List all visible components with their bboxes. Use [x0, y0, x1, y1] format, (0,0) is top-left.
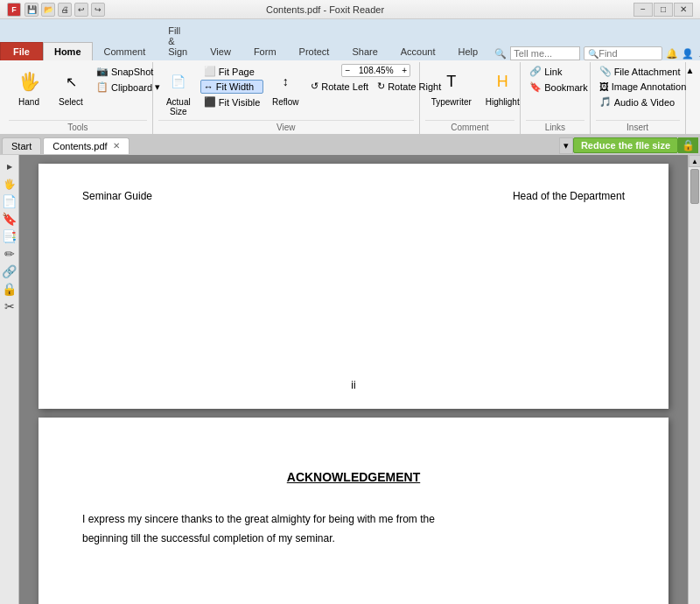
tab-view[interactable]: View — [199, 42, 242, 60]
sidebar-sign-btn[interactable]: ✂ — [2, 298, 18, 314]
find-bar: 🔍 — [584, 46, 662, 60]
select-label: Select — [59, 97, 83, 107]
clipboard-label: Clipboard — [111, 82, 152, 93]
tab-home[interactable]: Home — [43, 42, 93, 60]
redo-icon[interactable]: ↪ — [91, 3, 105, 17]
sidebar-link-btn[interactable]: 🔗 — [2, 263, 18, 279]
undo-icon[interactable]: ↩ — [74, 3, 88, 17]
tab-contents-pdf[interactable]: Contents.pdf ✕ — [43, 137, 129, 154]
print-icon[interactable]: 🖨 — [58, 3, 72, 17]
scroll-track — [689, 167, 700, 604]
pdf-page-1-content: Seminar Guide Head of the Department ii — [38, 164, 668, 339]
zoom-in-btn[interactable]: + — [402, 66, 407, 75]
sidebar-hand-btn[interactable]: 🖐 — [2, 176, 18, 192]
bookmark-icon: 🔖 — [529, 81, 542, 93]
tab-nav-dropdown[interactable]: ▾ — [559, 137, 573, 154]
rotate-left-btn[interactable]: ↺ Rotate Left — [307, 79, 372, 94]
actual-size-btn[interactable]: 📄 ActualSize — [158, 64, 199, 120]
view-fit-stack: ⬜ Fit Page ↔ Fit Width ⬛ Fit Visible — [200, 64, 263, 109]
fit-page-icon: ⬜ — [204, 66, 216, 77]
window-controls[interactable]: − □ ✕ — [634, 3, 693, 17]
right-header: Head of the Department — [513, 190, 625, 202]
links-group-label: Links — [526, 120, 584, 132]
fit-page-btn[interactable]: ⬜ Fit Page — [200, 64, 263, 79]
fit-width-btn[interactable]: ↔ Fit Width — [200, 80, 263, 94]
save-icon[interactable]: 💾 — [24, 3, 38, 17]
tab-form[interactable]: Form — [242, 42, 288, 60]
sidebar-layers-btn[interactable]: 📑 — [2, 228, 18, 244]
acknowledgement-title: ACKNOWLEDGEMENT — [82, 470, 625, 484]
select-icon: ↖ — [57, 67, 85, 95]
insert-small-stack: 📎 File Attachment 🖼 Image Annotation 🎵 A… — [596, 64, 690, 109]
tab-start[interactable]: Start — [2, 137, 41, 154]
link-icon: 🔗 — [529, 66, 542, 77]
typewriter-btn[interactable]: T Typewriter — [425, 64, 478, 110]
tools-group-label: Tools — [9, 120, 147, 132]
sidebar-comment-btn[interactable]: ✏ — [2, 246, 18, 262]
tab-help[interactable]: Help — [447, 42, 490, 60]
tab-protect[interactable]: Protect — [288, 42, 341, 60]
links-small-stack: 🔗 Link 🔖 Bookmark — [526, 64, 592, 95]
sidebar-security-btn[interactable]: 🔒 — [2, 281, 18, 297]
rotate-left-label: Rotate Left — [321, 81, 368, 92]
tab-comment[interactable]: Comment — [93, 42, 158, 60]
minimize-btn[interactable]: − — [634, 3, 653, 17]
tab-bar: Start Contents.pdf ✕ ▾ Reduce the fIle s… — [0, 134, 700, 155]
user-icon[interactable]: 👤 — [682, 48, 694, 60]
notification-icon[interactable]: 🔔 — [666, 48, 678, 60]
scroll-thumb[interactable] — [690, 169, 699, 204]
view-group: 📄 ActualSize ⬜ Fit Page ↔ Fit Width ⬛ Fi… — [153, 62, 420, 134]
hand-tool-btn[interactable]: 🖐 Hand — [9, 64, 49, 110]
maximize-btn[interactable]: □ — [654, 3, 673, 17]
reduce-file-size-btn[interactable]: Reduce the fIle size — [573, 137, 678, 153]
hand-label: Hand — [18, 97, 39, 107]
lock-icon[interactable]: 🔒 — [678, 137, 698, 153]
fit-visible-btn[interactable]: ⬛ Fit Visible — [200, 95, 263, 109]
reflow-btn[interactable]: ↕ Reflow — [265, 64, 305, 110]
reflow-label: Reflow — [272, 97, 299, 107]
rotate-right-icon: ↻ — [377, 81, 385, 92]
sidebar-bookmark-btn[interactable]: 🔖 — [2, 211, 18, 227]
open-icon[interactable]: 📂 — [41, 3, 55, 17]
actual-size-label: ActualSize — [166, 97, 191, 116]
title-bar-left: F 💾 📂 🖨 ↩ ↪ Contents.pdf - Foxit Reader — [7, 3, 384, 17]
typewriter-label: Typewriter — [431, 97, 472, 107]
file-attachment-btn[interactable]: 📎 File Attachment — [596, 64, 690, 79]
tell-me-input[interactable] — [510, 46, 580, 60]
highlight-btn[interactable]: H Highlight — [480, 64, 526, 110]
highlight-label: Highlight — [486, 97, 520, 107]
audio-video-btn[interactable]: 🎵 Audio & Video — [596, 95, 690, 109]
comment-group: T Typewriter H Highlight Comment — [420, 62, 522, 134]
ribbon-content: 🖐 Hand ↖ Select 📷 SnapShot 📋 Clipboard ▾… — [0, 60, 700, 134]
bookmark-btn[interactable]: 🔖 Bookmark — [526, 80, 592, 95]
tools-group-items: 🖐 Hand ↖ Select 📷 SnapShot 📋 Clipboard ▾ — [9, 64, 164, 120]
pdf-area: Seminar Guide Head of the Department ii … — [19, 155, 688, 604]
tab-account[interactable]: Account — [389, 42, 447, 60]
scroll-up-btn[interactable]: ▲ — [689, 155, 700, 167]
sidebar-nav-btn[interactable]: ▶ — [2, 158, 18, 174]
right-scrollbar: ▲ ▼ — [688, 155, 700, 604]
sidebar-page-btn[interactable]: 📄 — [2, 193, 18, 209]
tab-share[interactable]: Share — [340, 42, 388, 60]
tab-fill-sign[interactable]: Fill & Sign — [157, 21, 199, 60]
tab-close-btn[interactable]: ✕ — [113, 141, 120, 151]
zoom-out-btn[interactable]: − — [345, 66, 350, 75]
find-input[interactable] — [598, 48, 660, 59]
links-group: 🔗 Link 🔖 Bookmark Links — [521, 62, 590, 134]
comment-group-label: Comment — [425, 120, 515, 132]
find-icon: 🔍 — [588, 49, 598, 59]
insert-group-label: Insert — [596, 120, 680, 132]
clipboard-icon: 📋 — [96, 81, 108, 93]
zoom-input[interactable] — [352, 66, 400, 75]
page-header: Seminar Guide Head of the Department — [82, 190, 625, 202]
ack-paragraph: I express my sincere thanks to the great… — [82, 510, 625, 548]
ribbon-arrow-btn[interactable]: ▲ — [686, 66, 695, 75]
main-area: ▶ 🖐 📄 🔖 📑 ✏ 🔗 🔒 ✂ Seminar Guide Head of … — [0, 155, 700, 604]
link-btn[interactable]: 🔗 Link — [526, 64, 592, 79]
image-annotation-btn[interactable]: 🖼 Image Annotation — [596, 80, 690, 94]
search-icon: 🔍 — [494, 48, 507, 60]
left-sidebar: ▶ 🖐 📄 🔖 📑 ✏ 🔗 🔒 ✂ — [0, 155, 19, 604]
select-tool-btn[interactable]: ↖ Select — [51, 64, 91, 110]
tab-file[interactable]: File — [0, 42, 43, 60]
close-btn[interactable]: ✕ — [674, 3, 693, 17]
